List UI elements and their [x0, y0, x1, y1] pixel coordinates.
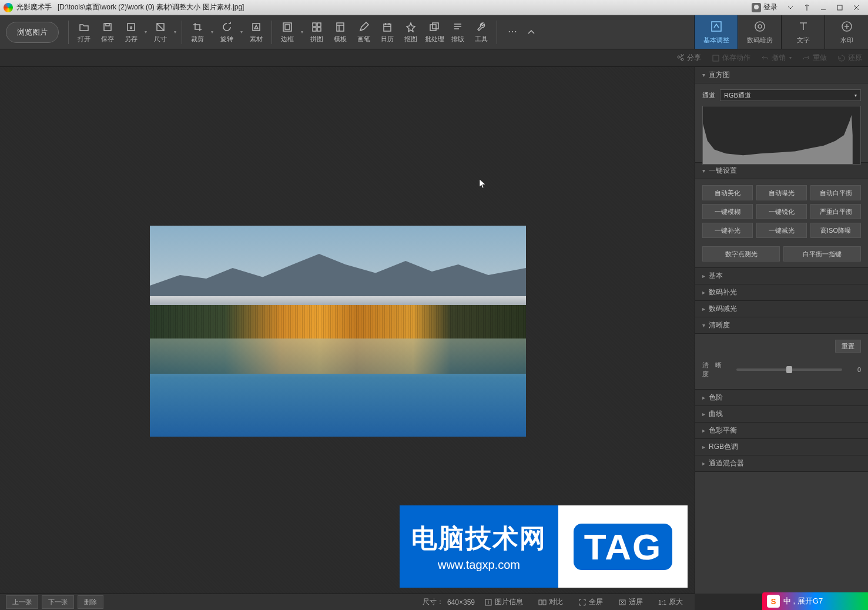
- clarity-reset[interactable]: 重置: [835, 340, 861, 353]
- tool-尺寸-dropdown[interactable]: ▾: [172, 29, 178, 35]
- preset-高ISO降噪[interactable]: 高ISO降噪: [810, 223, 861, 238]
- compare-button[interactable]: 对比: [538, 597, 563, 607]
- clarity-slider[interactable]: [736, 368, 842, 371]
- section-presets[interactable]: 一键设置: [695, 163, 868, 179]
- preset-自动白平衡[interactable]: 自动白平衡: [810, 185, 861, 200]
- fullscreen-button[interactable]: 全屏: [578, 597, 603, 607]
- tool-画笔[interactable]: 画笔: [352, 17, 376, 48]
- fit-icon: [618, 598, 626, 606]
- svg-rect-10: [313, 28, 316, 31]
- 素材-icon: [250, 21, 262, 33]
- tool-expand[interactable]: [524, 17, 538, 48]
- tool-more[interactable]: ⋯: [501, 17, 524, 48]
- minimize-button[interactable]: [815, 2, 832, 14]
- preset-一键补光[interactable]: 一键补光: [702, 223, 753, 238]
- section-清晰度[interactable]: 清晰度: [695, 317, 868, 334]
- redo-button[interactable]: 重做: [802, 53, 827, 63]
- slider-thumb[interactable]: [786, 366, 792, 373]
- preset-严重白平衡[interactable]: 严重白平衡: [810, 204, 861, 219]
- window-title: 光影魔术手 [D:\tools\桌面\work (2)\work (0) 素材\…: [16, 2, 747, 12]
- preset-grid: 自动美化自动曝光自动白平衡一键模糊一键锐化严重白平衡一键补光一键减光高ISO降噪: [702, 185, 861, 238]
- tool-工具[interactable]: 工具: [470, 17, 493, 48]
- tool-旋转-dropdown[interactable]: ▾: [239, 29, 244, 35]
- share-button[interactable]: 分享: [676, 53, 701, 63]
- tool-日历[interactable]: 日历: [376, 17, 399, 48]
- histogram-graph: [702, 106, 861, 165]
- tool-批处理[interactable]: 批处理: [423, 17, 446, 48]
- rtab-数码暗房[interactable]: 数码暗房: [738, 15, 781, 49]
- close-button[interactable]: [848, 2, 864, 14]
- tool-group: 打开保存另存▾尺寸▾裁剪▾旋转▾素材边框▾拼图模板画笔日历抠图批处理排版工具⋯: [72, 15, 538, 49]
- preset-一键锐化[interactable]: 一键锐化: [756, 204, 807, 219]
- tool-旋转[interactable]: 旋转: [215, 17, 239, 48]
- prev-image-button[interactable]: 上一张: [6, 595, 38, 609]
- svg-rect-9: [317, 23, 321, 26]
- tool-保存[interactable]: 保存: [96, 17, 119, 48]
- tool-边框[interactable]: 边框: [276, 17, 299, 48]
- next-image-button[interactable]: 下一张: [42, 595, 74, 609]
- svg-rect-15: [433, 23, 438, 29]
- restore-button[interactable]: 还原: [837, 53, 862, 63]
- tool-另存[interactable]: 另存: [119, 17, 143, 48]
- undo-button[interactable]: 撤销 ▾: [761, 53, 792, 63]
- preset-row2: 数字点测光白平衡一指键: [702, 246, 861, 262]
- original-size-button[interactable]: 1:1 原大: [658, 597, 683, 607]
- section-数码减光[interactable]: 数码减光: [695, 301, 868, 317]
- right-panel: 直方图 通道 RGB通道 ▾ 一键设置 自动美化自动曝光自动白平衡一键模糊一键锐…: [695, 67, 868, 594]
- preset-白平衡一指键[interactable]: 白平衡一指键: [783, 246, 861, 262]
- channel-select[interactable]: RGB通道 ▾: [720, 89, 861, 101]
- maximize-button[interactable]: [832, 2, 848, 14]
- login-button[interactable]: 登录: [747, 2, 782, 12]
- section-基本[interactable]: 基本: [695, 268, 868, 284]
- section-通道混合器[interactable]: 通道混合器: [695, 455, 868, 472]
- tool-裁剪-dropdown[interactable]: ▾: [209, 29, 215, 35]
- svg-rect-0: [837, 5, 842, 10]
- preset-数字点测光[interactable]: 数字点测光: [702, 246, 780, 262]
- 抠图-icon: [405, 21, 417, 33]
- undo-icon: [761, 54, 769, 62]
- fit-screen-button[interactable]: 适屏: [618, 597, 643, 607]
- section-数码补光[interactable]: 数码补光: [695, 284, 868, 301]
- save-icon: [712, 54, 720, 62]
- tool-模板[interactable]: 模板: [329, 17, 352, 48]
- tool-排版[interactable]: 排版: [446, 17, 470, 48]
- user-icon: [752, 3, 761, 12]
- rtab-水印[interactable]: 水印: [825, 15, 868, 49]
- svg-rect-13: [384, 24, 391, 31]
- svg-text:1:1: 1:1: [658, 599, 666, 606]
- fullscreen-icon: [578, 598, 587, 606]
- dropdown-icon[interactable]: [782, 2, 799, 14]
- tool-抠图[interactable]: 抠图: [399, 17, 423, 48]
- rtab-文字[interactable]: 文字: [781, 15, 825, 49]
- tool-边框-dropdown[interactable]: ▾: [299, 29, 305, 35]
- pin-icon[interactable]: [799, 2, 815, 14]
- section-曲线[interactable]: 曲线: [695, 406, 868, 423]
- save-action-button[interactable]: 保存动作: [712, 53, 750, 63]
- share-icon: [676, 54, 685, 62]
- 裁剪-icon: [192, 21, 203, 33]
- browse-images-button[interactable]: 浏览图片: [6, 22, 59, 43]
- section-色彩平衡[interactable]: 色彩平衡: [695, 423, 868, 439]
- tool-拼图[interactable]: 拼图: [305, 17, 329, 48]
- delete-button[interactable]: 删除: [78, 595, 103, 609]
- tool-裁剪[interactable]: 裁剪: [186, 17, 209, 48]
- svg-rect-24: [543, 600, 546, 605]
- image-info-button[interactable]: i 图片信息: [484, 597, 523, 607]
- ime-icon: S: [767, 595, 780, 608]
- tool-尺寸[interactable]: 尺寸: [149, 17, 172, 48]
- preset-一键模糊[interactable]: 一键模糊: [702, 204, 753, 219]
- histogram-body: 通道 RGB通道 ▾: [695, 83, 868, 163]
- preset-一键减光[interactable]: 一键减光: [756, 223, 807, 238]
- ime-text: 中 , 展开G7: [783, 596, 823, 606]
- tool-另存-dropdown[interactable]: ▾: [143, 29, 149, 35]
- section-色阶[interactable]: 色阶: [695, 390, 868, 406]
- preset-自动美化[interactable]: 自动美化: [702, 185, 753, 200]
- tool-素材[interactable]: 素材: [244, 17, 268, 48]
- rtab-基本调整[interactable]: 基本调整: [694, 15, 738, 49]
- preset-自动曝光[interactable]: 自动曝光: [756, 185, 807, 200]
- clarity-body: 重置 清 晰 度 0: [695, 334, 868, 390]
- section-histogram[interactable]: 直方图: [695, 67, 868, 83]
- channel-row: 通道 RGB通道 ▾: [702, 89, 861, 101]
- section-RGB色调[interactable]: RGB色调: [695, 439, 868, 455]
- tool-打开[interactable]: 打开: [72, 17, 96, 48]
